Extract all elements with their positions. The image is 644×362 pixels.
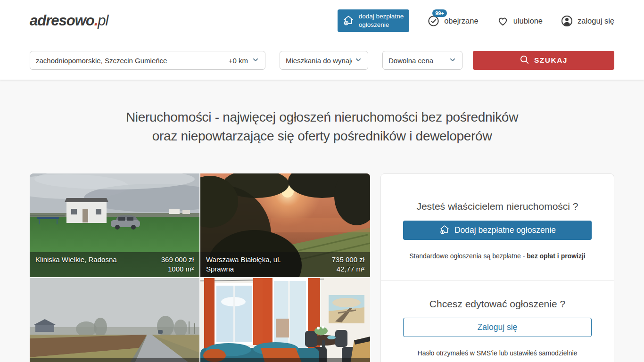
owner-panel-title: Jesteś właścicielem nieruchomości ? [381, 200, 614, 213]
category-select[interactable]: Mieszkania do wynajęcia [280, 51, 368, 70]
viewed-label: obejrzane [444, 16, 478, 25]
listing-area: 1000 m² [161, 264, 194, 274]
owner-panel-note: Standardowe ogłoszenia są bezpłatne - be… [381, 252, 614, 260]
listing-area: 42,77 m² [332, 264, 364, 274]
edit-panel-title: Chcesz edytować ogłoszenie ? [381, 298, 614, 310]
chevron-down-icon [252, 56, 259, 65]
page-title-line1: Nieruchomości - najwięcej ogłoszeń nieru… [126, 110, 518, 124]
login-label: zaloguj się [578, 16, 614, 25]
logo-tld: pl [98, 12, 108, 29]
favorites-label: ulubione [513, 16, 543, 25]
location-value: zachodniopomorskie, Szczecin Gumieńce [36, 57, 167, 65]
category-value: Mieszkania do wynajęcia [286, 57, 352, 65]
owner-note-regular: Standardowe ogłoszenia są bezpłatne - [409, 252, 527, 260]
edit-panel-note: Hasło otrzymałeś w SMS'ie lub ustawiłeś … [381, 349, 614, 357]
price-value: Dowolna cena [388, 57, 433, 65]
chevron-down-icon [449, 56, 456, 65]
listing-overlay: Felicjanów 970 000 zł [30, 358, 199, 362]
viewed-count-badge: 99+ [432, 9, 447, 17]
owner-note-bold: bez opłat i prowizji [527, 252, 585, 260]
owner-panel: Jesteś właścicielem nieruchomości ? Doda… [380, 173, 614, 362]
price-select[interactable]: Dowolna cena [382, 51, 462, 70]
favorites-link[interactable]: ulubione [496, 15, 543, 27]
chevron-down-icon [355, 56, 362, 65]
house-plus-icon [439, 223, 450, 237]
listing-price: 369 000 zł [161, 255, 194, 264]
listing-price: 735 000 zł [332, 255, 364, 264]
sidebar-divider [381, 280, 614, 281]
search-bar: zachodniopomorskie, Szczecin Gumieńce +0… [0, 41, 644, 80]
listing-photo-apartment [200, 278, 370, 362]
listing-overlay: Kliniska Wielkie, Radosna 369 000 zł 100… [30, 252, 199, 277]
listing-card-3[interactable]: Felicjanów 970 000 zł [30, 278, 199, 362]
listing-location: Kliniska Wielkie, Radosna [35, 255, 117, 274]
site-header: adresowo.pl dodaj bezpłatne ogłoszenie [0, 0, 644, 80]
logo-name: adresowo [30, 12, 94, 29]
listing-overlay: Władysławowo, ul. 514 000 zł [200, 358, 370, 362]
page-title-line2: oraz niepowtarzające się oferty pośredni… [152, 129, 492, 143]
search-icon [520, 55, 529, 66]
sidebar-login-button[interactable]: Zaloguj się [403, 318, 592, 337]
search-button[interactable]: SZUKAJ [473, 51, 614, 70]
listing-overlay: Warszawa Białołęka, ul. Sprawna 735 000 … [200, 252, 370, 277]
user-circle-icon [561, 15, 573, 27]
page-title: Nieruchomości - najwięcej ogłoszeń nieru… [0, 108, 644, 146]
house-plus-icon [342, 14, 355, 28]
sidebar-add-listing-label: Dodaj bezpłatne ogłoszenie [454, 225, 556, 235]
listing-card-2[interactable]: Warszawa Białołęka, ul. Sprawna 735 000 … [200, 173, 370, 277]
search-button-label: SZUKAJ [534, 56, 568, 65]
sidebar-add-listing-button[interactable]: Dodaj bezpłatne ogłoszenie [403, 221, 592, 240]
radius-value: +0 km [229, 57, 248, 65]
login-link[interactable]: zaloguj się [561, 15, 614, 27]
listing-card-1[interactable]: Kliniska Wielkie, Radosna 369 000 zł 100… [30, 173, 199, 277]
listing-photo-rural-road [30, 278, 199, 362]
add-listing-label-line2: ogłoszenie [359, 21, 404, 29]
radius-selector[interactable]: +0 km [229, 56, 259, 65]
add-listing-label-line1: dodaj bezpłatne [359, 12, 404, 21]
add-listing-button[interactable]: dodaj bezpłatne ogłoszenie [338, 9, 409, 32]
listings-grid: Kliniska Wielkie, Radosna 369 000 zł 100… [30, 173, 370, 362]
location-input[interactable]: zachodniopomorskie, Szczecin Gumieńce +0… [30, 51, 265, 70]
listing-location: Warszawa Białołęka, ul. Sprawna [206, 255, 298, 274]
sidebar-login-label: Zaloguj się [478, 322, 518, 332]
listing-card-4[interactable]: Władysławowo, ul. 514 000 zł [200, 278, 370, 362]
heart-icon [496, 15, 509, 27]
viewed-link[interactable]: 99+ obejrzane [427, 15, 478, 27]
site-logo[interactable]: adresowo.pl [30, 12, 108, 29]
